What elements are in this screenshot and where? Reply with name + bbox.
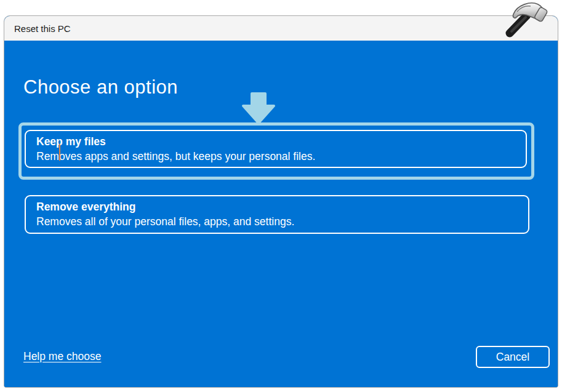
title-bar: Reset this PC (4, 16, 558, 41)
down-arrow-icon (241, 92, 276, 126)
page-title: Choose an option (23, 76, 178, 98)
reset-pc-dialog: Reset this PC Choose an option Keep my f… (4, 15, 558, 388)
option-title: Keep my files (36, 134, 526, 149)
help-me-choose-link[interactable]: Help me choose (23, 350, 101, 363)
option-description: Removes apps and settings, but keeps you… (36, 149, 526, 164)
option-title: Remove everything (36, 199, 528, 214)
window-title: Reset this PC (14, 23, 71, 34)
option-remove-everything[interactable]: Remove everything Removes all of your pe… (25, 195, 529, 234)
option-description: Removes all of your personal files, apps… (36, 214, 528, 230)
cancel-button[interactable]: Cancel (476, 346, 550, 368)
dialog-content: Choose an option Keep my files Removes a… (4, 41, 558, 387)
option-keep-my-files[interactable]: Keep my files Removes apps and settings,… (25, 130, 527, 168)
